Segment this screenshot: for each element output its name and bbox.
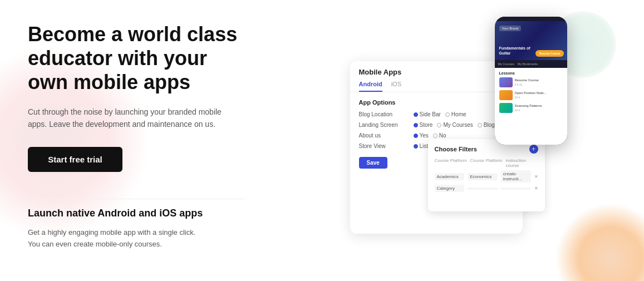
radio-mycourses[interactable]: My Courses [437, 122, 473, 128]
filters-panel: Choose Filters + Course Platform Course … [428, 139, 545, 211]
app-options-title: App Options [359, 99, 514, 106]
radio-dot-yes [414, 134, 418, 138]
left-section: Become a world class educator with your … [0, 0, 267, 281]
radio-home[interactable]: Home [445, 111, 466, 117]
phone-lesson-text-3: Scanning Patterns 10 h [515, 104, 542, 112]
filter-cell-empty-1[interactable] [468, 188, 498, 190]
filter-delete-2[interactable]: ✕ [534, 186, 538, 191]
radio-yes[interactable]: Yes [414, 132, 429, 139]
filter-cell-instruction[interactable]: create-instructi... [501, 170, 531, 183]
radio-yes-label: Yes [420, 132, 429, 139]
phone-lesson-name-3: Scanning Patterns [515, 104, 542, 109]
hero-subtitle: Cut through the noise by launching your … [28, 106, 228, 131]
phone-lesson-sub-3: 10 h [515, 109, 542, 112]
phone-course-title: Fundamentals ofGuitar [499, 46, 530, 56]
radio-dot-home [445, 112, 450, 117]
radio-dot-no [433, 134, 437, 138]
admin-tabs: Android iOS [359, 81, 514, 92]
radio-home-label: Home [451, 111, 466, 117]
radio-dot-store [414, 123, 418, 127]
radio-dot-sidebar [414, 112, 418, 117]
phone-resume-button[interactable]: Resume Course [535, 50, 563, 57]
feature-section: Launch native Android and iOS apps Get a… [28, 199, 245, 250]
phone-lesson-text-1: Resume Course 0 h 11 [515, 78, 539, 86]
radio-blog[interactable]: Blog [478, 122, 495, 128]
radio-store[interactable]: Store [414, 122, 433, 128]
radio-no-label: No [439, 132, 446, 139]
radio-no[interactable]: No [433, 132, 446, 139]
phone-lessons-title: Lessons [499, 71, 563, 75]
phone-lesson-sub-1: 0 h 11 [515, 83, 539, 86]
option-row-aboutus: About us Yes No [359, 132, 514, 139]
option-label-blog: Blog Location [359, 111, 409, 117]
filter-col-2: Course Platform [470, 158, 503, 168]
radio-list-label: List [420, 143, 429, 149]
filter-cell-academics[interactable]: Academics [435, 173, 465, 180]
radio-dot-blog [478, 123, 482, 127]
section-divider [28, 199, 245, 199]
mockup-container: Mobile Apps Android iOS App Options Blog… [339, 17, 573, 273]
option-row-landing: Landing Screen Store My Courses Blog [359, 122, 514, 128]
tab-android[interactable]: Android [359, 81, 382, 92]
phone-lesson-thumb-1 [499, 77, 513, 87]
radio-store-label: Store [420, 122, 433, 128]
page-wrapper: Become a world class educator with your … [0, 0, 644, 281]
filter-cell-empty-2[interactable] [501, 188, 531, 190]
radio-sidebar[interactable]: Side Bar [414, 111, 441, 117]
option-label-storeview: Store View [359, 143, 409, 149]
filters-add-button[interactable]: + [529, 145, 538, 154]
phone-nav-mycourses[interactable]: My Courses [498, 62, 514, 66]
filters-header: Choose Filters + [435, 145, 538, 154]
phone-brand-badge: Your Brand [499, 26, 522, 31]
phone-lesson-2: Open Position Note... 10 h [499, 90, 563, 100]
phone-lesson-thumb-2 [499, 90, 513, 100]
radio-blog-label: Blog [484, 122, 495, 128]
hero-title: Become a world class educator with your … [28, 22, 245, 95]
filter-col-3: instruction course [506, 158, 538, 168]
phone-lesson-name-1: Resume Course [515, 78, 539, 83]
phone-lesson-3: Scanning Patterns 10 h [499, 103, 563, 113]
phone-lesson-thumb-3 [499, 103, 513, 113]
start-free-trial-button[interactable]: Start free trial [28, 147, 122, 172]
feature-title: Launch native Android and iOS apps [28, 207, 245, 220]
filter-column-headers: Course Platform Course Platform instruct… [435, 158, 538, 168]
phone-status-bar [495, 17, 567, 21]
feature-description: Get a highly engaging mobile app with a … [28, 227, 206, 250]
phone-mockup: Your Brand Fundamentals ofGuitar Resume … [495, 17, 567, 145]
filter-col-1: Course Platform [435, 158, 467, 168]
tab-ios[interactable]: iOS [391, 81, 401, 92]
phone-lesson-text-2: Open Position Note... 10 h [515, 91, 547, 99]
filter-cell-economics[interactable]: Economics [468, 173, 498, 180]
filter-delete-1[interactable]: ✕ [534, 174, 538, 179]
phone-nav-bookmarks[interactable]: My Bookmarks [518, 62, 538, 66]
phone-header-image: Your Brand Fundamentals ofGuitar Resume … [495, 21, 567, 60]
right-section: Mobile Apps Android iOS App Options Blog… [267, 0, 644, 281]
filters-title: Choose Filters [435, 146, 477, 152]
filter-data-row-2: Category ✕ [435, 185, 538, 192]
radio-mycourses-label: My Courses [443, 122, 473, 128]
option-label-landing: Landing Screen [359, 122, 409, 128]
radio-dot-mycourses [437, 123, 441, 127]
radio-dot-list [414, 144, 418, 149]
admin-panel-title: Mobile Apps [359, 68, 514, 76]
phone-lesson-1: Resume Course 0 h 11 [499, 77, 563, 87]
phone-screen: Your Brand Fundamentals ofGuitar Resume … [495, 21, 567, 145]
radio-sidebar-label: Side Bar [420, 111, 441, 117]
option-label-aboutus: About us [359, 132, 409, 139]
phone-content: Lessons Resume Course 0 h 11 Open Posi [495, 68, 567, 145]
phone-lesson-sub-2: 10 h [515, 96, 547, 99]
save-button[interactable]: Save [359, 157, 387, 169]
filter-data-row-1: Academics Economics create-instructi... … [435, 170, 538, 183]
radio-list[interactable]: List [414, 143, 429, 149]
filter-cell-category[interactable]: Category [435, 185, 465, 192]
phone-navigation: My Courses My Bookmarks [495, 60, 567, 68]
option-row-blog: Blog Location Side Bar Home [359, 111, 514, 117]
phone-lesson-name-2: Open Position Note... [515, 91, 547, 96]
